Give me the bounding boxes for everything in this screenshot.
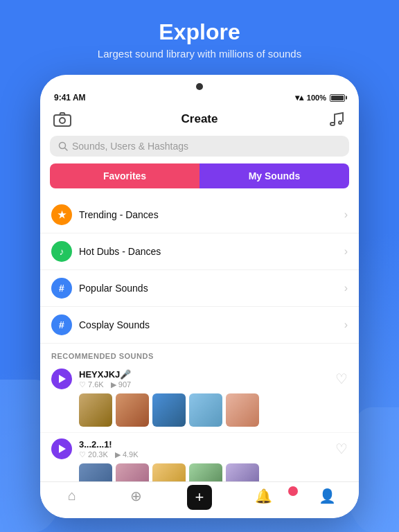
device-frame: 9:41 AM ▾▴ 100% Cr xyxy=(40,75,359,518)
chevron-right-icon: › xyxy=(344,282,348,294)
list-item[interactable]: ♪ Hot Dubs - Dances › xyxy=(40,233,359,270)
cosplay-icon: # xyxy=(51,314,72,335)
chevron-right-icon: › xyxy=(344,209,348,221)
list-item[interactable]: # Cosplay Sounds › xyxy=(40,307,359,344)
filter-tabs: Favorites My Sounds xyxy=(50,163,349,188)
bell-icon: 🔔 xyxy=(255,488,272,504)
hero-section: Explore Largest sound library with milli… xyxy=(0,0,399,73)
recommended-header: RECOMMENDED SOUNDS xyxy=(40,344,359,363)
device-inner: 9:41 AM ▾▴ 100% Cr xyxy=(40,75,359,518)
sound-name: 3...2...1! xyxy=(79,439,328,450)
play-icon xyxy=(59,375,66,383)
play-count: ▶ 907 xyxy=(111,380,131,389)
search-nav-icon: ⊕ xyxy=(130,488,142,504)
profile-icon: 👤 xyxy=(319,488,336,504)
thumbnail xyxy=(79,463,112,481)
notification-badge xyxy=(288,486,298,496)
thumbnail xyxy=(226,393,259,427)
home-icon: ⌂ xyxy=(68,488,76,504)
category-list: ★ Trending - Dances › ♪ Hot Dubs - Dance… xyxy=(40,197,359,344)
list-item[interactable]: # Popular Sounds › xyxy=(40,270,359,307)
content-scroll[interactable]: ★ Trending - Dances › ♪ Hot Dubs - Dance… xyxy=(40,197,359,481)
status-time: 9:41 AM xyxy=(54,93,86,103)
play-count: ▶ 4.9K xyxy=(115,450,139,459)
chevron-right-icon: › xyxy=(344,319,348,331)
list-item[interactable]: ★ Trending - Dances › xyxy=(40,197,359,233)
nav-create[interactable]: + xyxy=(168,488,231,510)
hotdubs-icon: ♪ xyxy=(51,241,72,262)
thumbnail xyxy=(189,393,222,427)
sound-thumbnails xyxy=(79,393,348,427)
sound-name: HEYXJKJ🎤 xyxy=(79,369,328,380)
nav-home[interactable]: ⌂ xyxy=(40,488,104,510)
category-label: Hot Dubs - Dances xyxy=(79,246,344,257)
hero-title: Explore xyxy=(14,19,385,45)
thumbnail xyxy=(152,393,186,427)
status-bar: 9:41 AM ▾▴ 100% xyxy=(40,90,359,105)
heart-icon: ♡ 20.3K xyxy=(79,450,108,459)
play-button[interactable] xyxy=(51,438,72,459)
music-note-button[interactable] xyxy=(326,108,348,130)
svg-line-4 xyxy=(65,148,68,151)
camera-button[interactable] xyxy=(51,108,73,130)
favorite-button[interactable]: ♡ xyxy=(335,441,348,457)
sound-thumbnails xyxy=(79,463,348,481)
popular-icon: # xyxy=(51,278,72,299)
sound-top: HEYXJKJ🎤 ♡ 7.6K ▶ 907 ♡ xyxy=(51,369,348,389)
svg-point-2 xyxy=(339,121,342,124)
svg-rect-0 xyxy=(54,115,71,126)
sound-info: 3...2...1! ♡ 20.3K ▶ 4.9K xyxy=(79,439,328,459)
nav-notifications[interactable]: 🔔 xyxy=(231,488,295,510)
thumbnail xyxy=(152,463,186,481)
category-label: Trending - Dances xyxy=(79,209,344,220)
category-label: Cosplay Sounds xyxy=(79,319,344,330)
thumbnail xyxy=(116,463,149,481)
plus-button[interactable]: + xyxy=(187,485,212,510)
hero-subtitle: Largest sound library with millions of s… xyxy=(14,48,385,60)
svg-point-1 xyxy=(60,118,65,123)
sound-info: HEYXJKJ🎤 ♡ 7.6K ▶ 907 xyxy=(79,369,328,389)
trending-icon: ★ xyxy=(51,204,72,225)
sound-top: 3...2...1! ♡ 20.3K ▶ 4.9K ♡ xyxy=(51,438,348,459)
search-icon xyxy=(58,141,68,151)
camera-dot xyxy=(196,83,203,90)
header-title: Create xyxy=(181,112,218,126)
sound-item: 3...2...1! ♡ 20.3K ▶ 4.9K ♡ xyxy=(40,433,359,481)
search-bar[interactable]: Sounds, Users & Hashtags xyxy=(50,136,349,157)
sound-stats: ♡ 7.6K ▶ 907 xyxy=(79,380,328,389)
bottom-nav: ⌂ ⊕ + 🔔 👤 xyxy=(40,481,359,518)
thumbnail xyxy=(79,393,112,427)
wifi-icon: ▾▴ xyxy=(295,93,303,103)
play-button[interactable] xyxy=(51,369,72,389)
status-right: ▾▴ 100% xyxy=(295,93,345,103)
sound-stats: ♡ 20.3K ▶ 4.9K xyxy=(79,450,328,459)
app-header: Create xyxy=(40,105,359,136)
sound-item: HEYXJKJ🎤 ♡ 7.6K ▶ 907 ♡ xyxy=(40,363,359,433)
tab-my-sounds[interactable]: My Sounds xyxy=(200,163,349,188)
heart-icon: ♡ 7.6K xyxy=(79,380,104,389)
nav-profile[interactable]: 👤 xyxy=(295,488,359,510)
favorite-button[interactable]: ♡ xyxy=(335,371,348,387)
category-label: Popular Sounds xyxy=(79,283,344,294)
battery-icon xyxy=(330,94,345,102)
thumbnail xyxy=(189,463,222,481)
thumbnail xyxy=(116,393,149,427)
play-icon xyxy=(59,445,66,453)
tab-favorites[interactable]: Favorites xyxy=(50,163,200,188)
page-background: Explore Largest sound library with milli… xyxy=(0,0,399,532)
nav-search[interactable]: ⊕ xyxy=(104,488,168,510)
chevron-right-icon: › xyxy=(344,245,348,258)
recommended-section: RECOMMENDED SOUNDS HEYXJKJ🎤 ♡ 7.6K xyxy=(40,344,359,481)
battery-fill xyxy=(331,96,344,100)
thumbnail xyxy=(226,463,259,481)
battery-percent: 100% xyxy=(307,94,326,102)
search-placeholder: Sounds, Users & Hashtags xyxy=(72,141,188,152)
